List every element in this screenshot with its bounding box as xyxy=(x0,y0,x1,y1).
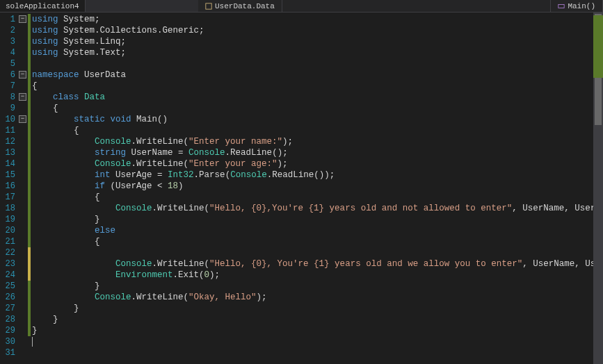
code-line[interactable]: Console.WriteLine("Hello, {0}, You're {1… xyxy=(32,258,603,270)
svg-rect-0 xyxy=(206,3,211,8)
code-line[interactable]: Console.WriteLine("Okay, Hello"); xyxy=(32,292,603,303)
ln: 9 xyxy=(0,103,18,114)
code-line[interactable]: { xyxy=(32,236,603,247)
method-icon xyxy=(558,3,565,10)
ln: 16 xyxy=(0,181,18,192)
ln: 17 xyxy=(0,192,18,203)
breadcrumb-member[interactable]: Main() xyxy=(550,0,603,12)
ln: 1 xyxy=(0,14,18,25)
ln: 4 xyxy=(0,47,18,58)
text-caret xyxy=(32,337,33,347)
ln: 23 xyxy=(0,258,18,270)
vertical-scrollbar[interactable] xyxy=(593,13,603,364)
breadcrumb-context-label: UserData.Data xyxy=(215,2,275,10)
fold-toggle[interactable]: − xyxy=(19,115,26,123)
code-line[interactable]: } xyxy=(32,325,603,336)
ln: 18 xyxy=(0,203,18,214)
change-bar xyxy=(28,13,31,364)
code-line[interactable]: } xyxy=(32,303,603,314)
code-line[interactable]: static void Main() xyxy=(32,114,603,125)
ln: 27 xyxy=(0,303,18,314)
code-line[interactable]: Console.WriteLine("Hello, {0},You're {1}… xyxy=(32,203,603,214)
code-line[interactable]: } xyxy=(32,281,603,292)
ln: 5 xyxy=(0,58,18,69)
code-line[interactable]: if (UserAge < 18) xyxy=(32,181,603,192)
ln: 26 xyxy=(0,292,18,303)
outline-column: −−−− xyxy=(18,13,28,364)
code-line[interactable]: { xyxy=(32,81,603,92)
fold-toggle[interactable]: − xyxy=(19,71,26,78)
ln: 8 xyxy=(0,92,18,103)
ln: 14 xyxy=(0,158,18,169)
ln: 28 xyxy=(0,314,18,325)
ln: 11 xyxy=(0,125,18,136)
fold-toggle[interactable]: − xyxy=(19,15,26,23)
change-mark xyxy=(28,14,31,336)
ln: 30 xyxy=(0,336,18,347)
line-number-gutter: 1 2 3 4 5 6 7 8 9 10 11 12 13 14 15 16 1… xyxy=(0,13,18,364)
ln: 3 xyxy=(0,36,18,47)
code-line[interactable]: { xyxy=(32,103,603,114)
code-line[interactable]: namespace UserData xyxy=(32,69,603,81)
code-line[interactable] xyxy=(32,58,603,69)
ln: 2 xyxy=(0,25,18,36)
code-line[interactable] xyxy=(32,347,603,358)
code-line[interactable]: } xyxy=(32,314,603,325)
code-line[interactable]: using System; xyxy=(32,14,603,25)
ln: 12 xyxy=(0,136,18,147)
code-line[interactable]: using System.Collections.Generic; xyxy=(32,25,603,36)
code-line[interactable]: { xyxy=(32,192,603,203)
ln: 15 xyxy=(0,169,18,181)
ln: 31 xyxy=(0,347,18,358)
overview-change-mark xyxy=(593,15,603,78)
code-line[interactable]: int UserAge = Int32.Parse(Console.ReadLi… xyxy=(32,169,603,181)
ln: 10 xyxy=(0,114,18,125)
code-line[interactable]: Console.WriteLine("Enter your name:"); xyxy=(32,136,603,147)
breadcrumb-member-label: Main() xyxy=(568,2,595,10)
ln: 7 xyxy=(0,81,18,92)
class-icon xyxy=(205,3,212,10)
breadcrumb-bar: UserData.Data Main() xyxy=(198,0,603,13)
file-tab[interactable]: soleApplication4 xyxy=(0,0,86,12)
ln: 25 xyxy=(0,281,18,292)
code-line[interactable]: using System.Text; xyxy=(32,47,603,58)
change-mark xyxy=(28,247,31,281)
ln: 20 xyxy=(0,225,18,236)
ln: 19 xyxy=(0,214,18,225)
tab-title: soleApplication4 xyxy=(6,2,79,10)
code-editor[interactable]: using System;using System.Collections.Ge… xyxy=(31,13,603,364)
svg-rect-1 xyxy=(558,4,564,8)
ln: 22 xyxy=(0,247,18,258)
code-line[interactable] xyxy=(32,336,603,347)
code-line[interactable]: Environment.Exit(0); xyxy=(32,270,603,281)
code-line[interactable]: string UserName = Console.ReadLine(); xyxy=(32,147,603,158)
code-line[interactable]: class Data xyxy=(32,92,603,103)
breadcrumb-context[interactable]: UserData.Data xyxy=(198,0,282,12)
ln: 21 xyxy=(0,236,18,247)
code-line[interactable]: } xyxy=(32,214,603,225)
ln: 24 xyxy=(0,270,18,281)
code-line[interactable]: Console.WriteLine("Enter your age:"); xyxy=(32,158,603,169)
fold-toggle[interactable]: − xyxy=(19,93,26,101)
ln: 13 xyxy=(0,147,18,158)
code-line[interactable]: else xyxy=(32,225,603,236)
code-line[interactable]: using System.Linq; xyxy=(32,36,603,47)
code-line[interactable]: { xyxy=(32,125,603,136)
editor-area: 1 2 3 4 5 6 7 8 9 10 11 12 13 14 15 16 1… xyxy=(0,13,603,364)
code-line[interactable] xyxy=(32,247,603,258)
ln: 6 xyxy=(0,69,18,81)
ln: 29 xyxy=(0,325,18,336)
